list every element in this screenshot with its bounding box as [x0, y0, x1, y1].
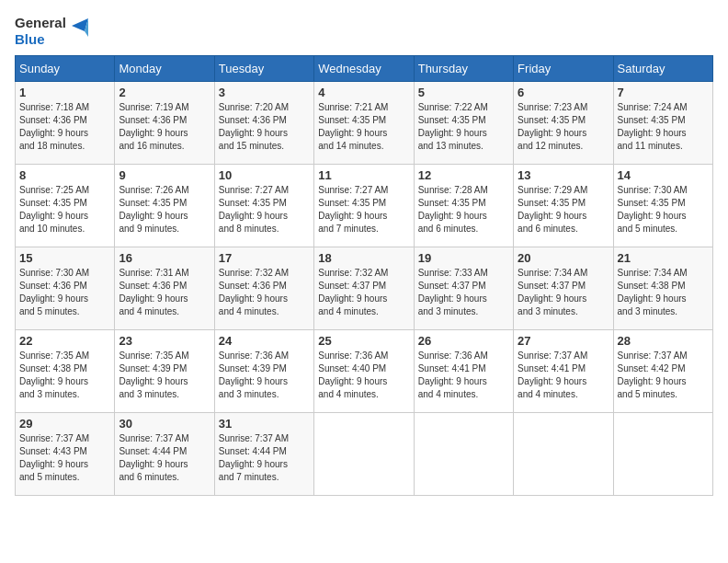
day-info: Sunrise: 7:29 AM Sunset: 4:35 PM Dayligh…	[518, 184, 609, 236]
logo-text: GeneralBlue	[15, 15, 66, 48]
calendar-cell	[314, 413, 414, 496]
day-info: Sunrise: 7:32 AM Sunset: 4:36 PM Dayligh…	[219, 267, 310, 318]
day-info: Sunrise: 7:24 AM Sunset: 4:35 PM Dayligh…	[618, 101, 709, 153]
calendar-cell: 14Sunrise: 7:30 AM Sunset: 4:35 PM Dayli…	[613, 165, 712, 247]
calendar-cell: 31Sunrise: 7:37 AM Sunset: 4:44 PM Dayli…	[214, 413, 313, 496]
day-number: 24	[219, 334, 310, 348]
calendar-cell: 16Sunrise: 7:31 AM Sunset: 4:36 PM Dayli…	[115, 247, 214, 330]
calendar-cell: 28Sunrise: 7:37 AM Sunset: 4:42 PM Dayli…	[613, 330, 712, 413]
day-number: 6	[518, 86, 609, 99]
calendar-cell: 2Sunrise: 7:19 AM Sunset: 4:36 PM Daylig…	[115, 82, 214, 165]
day-info: Sunrise: 7:37 AM Sunset: 4:43 PM Dayligh…	[19, 432, 110, 484]
calendar-cell: 15Sunrise: 7:30 AM Sunset: 4:36 PM Dayli…	[16, 247, 115, 330]
day-info: Sunrise: 7:18 AM Sunset: 4:36 PM Dayligh…	[19, 101, 110, 153]
day-info: Sunrise: 7:27 AM Sunset: 4:35 PM Dayligh…	[219, 184, 310, 236]
logo: GeneralBlue	[15, 15, 88, 48]
day-info: Sunrise: 7:20 AM Sunset: 4:36 PM Dayligh…	[219, 101, 310, 153]
day-number: 20	[518, 251, 609, 265]
calendar-week-row: 15Sunrise: 7:30 AM Sunset: 4:36 PM Dayli…	[16, 247, 713, 330]
calendar-cell: 6Sunrise: 7:23 AM Sunset: 4:35 PM Daylig…	[514, 82, 613, 165]
calendar-cell	[414, 413, 513, 496]
day-info: Sunrise: 7:26 AM Sunset: 4:35 PM Dayligh…	[119, 184, 210, 236]
calendar-cell: 8Sunrise: 7:25 AM Sunset: 4:35 PM Daylig…	[16, 165, 115, 247]
day-info: Sunrise: 7:37 AM Sunset: 4:42 PM Dayligh…	[618, 350, 709, 401]
calendar-week-row: 22Sunrise: 7:35 AM Sunset: 4:38 PM Dayli…	[16, 330, 713, 413]
day-number: 4	[318, 86, 409, 99]
day-number: 14	[618, 168, 709, 182]
day-info: Sunrise: 7:21 AM Sunset: 4:35 PM Dayligh…	[318, 101, 409, 153]
calendar-cell: 21Sunrise: 7:34 AM Sunset: 4:38 PM Dayli…	[613, 247, 712, 330]
calendar-cell: 27Sunrise: 7:37 AM Sunset: 4:41 PM Dayli…	[514, 330, 613, 413]
day-header-wednesday: Wednesday	[314, 56, 414, 82]
day-number: 27	[518, 334, 609, 348]
calendar-cell: 29Sunrise: 7:37 AM Sunset: 4:43 PM Dayli…	[16, 413, 115, 496]
day-number: 18	[318, 251, 409, 265]
calendar-cell: 13Sunrise: 7:29 AM Sunset: 4:35 PM Dayli…	[514, 165, 613, 247]
calendar-cell: 20Sunrise: 7:34 AM Sunset: 4:37 PM Dayli…	[514, 247, 613, 330]
calendar-cell: 7Sunrise: 7:24 AM Sunset: 4:35 PM Daylig…	[613, 82, 712, 165]
day-info: Sunrise: 7:23 AM Sunset: 4:35 PM Dayligh…	[518, 101, 609, 153]
calendar-cell: 5Sunrise: 7:22 AM Sunset: 4:35 PM Daylig…	[414, 82, 513, 165]
day-number: 10	[219, 168, 310, 182]
day-info: Sunrise: 7:28 AM Sunset: 4:35 PM Dayligh…	[418, 184, 509, 236]
day-info: Sunrise: 7:25 AM Sunset: 4:35 PM Dayligh…	[19, 184, 110, 236]
calendar-week-row: 8Sunrise: 7:25 AM Sunset: 4:35 PM Daylig…	[16, 165, 713, 247]
calendar-cell: 26Sunrise: 7:36 AM Sunset: 4:41 PM Dayli…	[414, 330, 513, 413]
day-info: Sunrise: 7:19 AM Sunset: 4:36 PM Dayligh…	[119, 101, 210, 153]
calendar-cell: 4Sunrise: 7:21 AM Sunset: 4:35 PM Daylig…	[314, 82, 414, 165]
calendar-cell: 17Sunrise: 7:32 AM Sunset: 4:36 PM Dayli…	[214, 247, 313, 330]
day-number: 21	[618, 251, 709, 265]
calendar-cell: 11Sunrise: 7:27 AM Sunset: 4:35 PM Dayli…	[314, 165, 414, 247]
calendar-cell: 1Sunrise: 7:18 AM Sunset: 4:36 PM Daylig…	[16, 82, 115, 165]
calendar-cell: 12Sunrise: 7:28 AM Sunset: 4:35 PM Dayli…	[414, 165, 513, 247]
day-number: 28	[618, 334, 709, 348]
calendar-cell: 22Sunrise: 7:35 AM Sunset: 4:38 PM Dayli…	[16, 330, 115, 413]
calendar-cell: 25Sunrise: 7:36 AM Sunset: 4:40 PM Dayli…	[314, 330, 414, 413]
calendar-body: 1Sunrise: 7:18 AM Sunset: 4:36 PM Daylig…	[16, 82, 713, 496]
day-info: Sunrise: 7:32 AM Sunset: 4:37 PM Dayligh…	[318, 267, 409, 318]
page-header: GeneralBlue	[15, 15, 713, 48]
calendar-week-row: 1Sunrise: 7:18 AM Sunset: 4:36 PM Daylig…	[16, 82, 713, 165]
calendar-cell: 9Sunrise: 7:26 AM Sunset: 4:35 PM Daylig…	[115, 165, 214, 247]
logo-bird-icon	[72, 18, 88, 44]
day-number: 19	[418, 251, 509, 265]
day-info: Sunrise: 7:35 AM Sunset: 4:39 PM Dayligh…	[119, 350, 210, 401]
calendar-cell: 3Sunrise: 7:20 AM Sunset: 4:36 PM Daylig…	[214, 82, 313, 165]
day-number: 3	[219, 86, 310, 99]
day-number: 5	[418, 86, 509, 99]
calendar-cell	[613, 413, 712, 496]
day-number: 29	[19, 417, 110, 431]
calendar-header-row: SundayMondayTuesdayWednesdayThursdayFrid…	[16, 56, 713, 82]
day-number: 16	[119, 251, 210, 265]
day-number: 13	[518, 168, 609, 182]
day-info: Sunrise: 7:37 AM Sunset: 4:44 PM Dayligh…	[219, 432, 310, 484]
day-info: Sunrise: 7:34 AM Sunset: 4:37 PM Dayligh…	[518, 267, 609, 318]
calendar-cell: 30Sunrise: 7:37 AM Sunset: 4:44 PM Dayli…	[115, 413, 214, 496]
day-number: 11	[318, 168, 409, 182]
day-number: 30	[119, 417, 210, 431]
day-info: Sunrise: 7:36 AM Sunset: 4:40 PM Dayligh…	[318, 350, 409, 401]
day-number: 7	[618, 86, 709, 99]
day-info: Sunrise: 7:34 AM Sunset: 4:38 PM Dayligh…	[618, 267, 709, 318]
calendar-cell: 24Sunrise: 7:36 AM Sunset: 4:39 PM Dayli…	[214, 330, 313, 413]
day-number: 17	[219, 251, 310, 265]
day-info: Sunrise: 7:33 AM Sunset: 4:37 PM Dayligh…	[418, 267, 509, 318]
calendar-cell: 19Sunrise: 7:33 AM Sunset: 4:37 PM Dayli…	[414, 247, 513, 330]
day-info: Sunrise: 7:31 AM Sunset: 4:36 PM Dayligh…	[119, 267, 210, 318]
day-info: Sunrise: 7:35 AM Sunset: 4:38 PM Dayligh…	[19, 350, 110, 401]
day-info: Sunrise: 7:36 AM Sunset: 4:39 PM Dayligh…	[219, 350, 310, 401]
day-number: 23	[119, 334, 210, 348]
day-header-tuesday: Tuesday	[214, 56, 313, 82]
day-header-monday: Monday	[115, 56, 214, 82]
day-info: Sunrise: 7:30 AM Sunset: 4:36 PM Dayligh…	[19, 267, 110, 318]
day-number: 22	[19, 334, 110, 348]
day-number: 15	[19, 251, 110, 265]
day-number: 12	[418, 168, 509, 182]
day-number: 1	[19, 86, 110, 99]
calendar-week-row: 29Sunrise: 7:37 AM Sunset: 4:43 PM Dayli…	[16, 413, 713, 496]
day-number: 26	[418, 334, 509, 348]
day-header-thursday: Thursday	[414, 56, 513, 82]
day-header-sunday: Sunday	[16, 56, 115, 82]
day-info: Sunrise: 7:37 AM Sunset: 4:44 PM Dayligh…	[119, 432, 210, 484]
day-info: Sunrise: 7:37 AM Sunset: 4:41 PM Dayligh…	[518, 350, 609, 401]
